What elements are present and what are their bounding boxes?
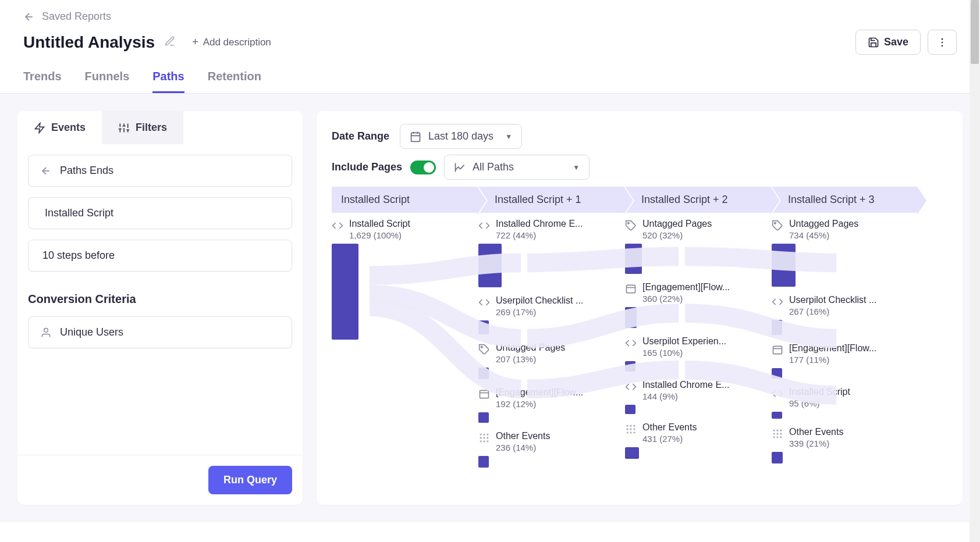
event-selector-value: Installed Script [45, 207, 113, 219]
svg-point-51 [776, 433, 778, 434]
paths-filter-value: All Paths [473, 161, 514, 173]
svg-point-42 [630, 432, 631, 433]
event-bar [772, 244, 796, 287]
event-stat: 339 (21%) [789, 438, 912, 448]
event-name: Userpilot Experien... [642, 336, 766, 347]
tab-trends[interactable]: Trends [23, 65, 62, 93]
path-event-item[interactable]: Installed Script1,629 (100%) [332, 219, 473, 340]
path-event-item[interactable]: Other Events431 (27%) [625, 422, 766, 459]
svg-point-31 [487, 440, 488, 442]
more-menu-button[interactable] [928, 30, 957, 55]
event-name: [Engagement][Flow... [642, 282, 766, 293]
svg-point-47 [773, 430, 775, 432]
event-stat: 95 (6%) [789, 398, 912, 408]
svg-marker-4 [35, 123, 44, 133]
svg-point-40 [633, 428, 635, 430]
path-event-item[interactable]: [Engagement][Flow...177 (11%) [772, 343, 912, 379]
save-button[interactable]: Save [855, 30, 921, 55]
path-col-head-3: Installed Script + 3 [772, 187, 917, 213]
bolt-icon [34, 122, 45, 134]
path-event-item[interactable]: Other Events339 (21%) [772, 427, 912, 463]
user-icon [40, 327, 52, 338]
event-bar [772, 368, 782, 379]
caret-down-icon: ▼ [505, 133, 512, 141]
event-name: Untagged Pages [642, 219, 766, 229]
path-event-item[interactable]: Untagged Pages520 (32%) [625, 219, 766, 274]
code-icon [478, 297, 491, 311]
event-name: Untagged Pages [789, 219, 912, 229]
event-name: Userpilot Checklist ... [496, 295, 619, 306]
side-tab-events[interactable]: Events [17, 111, 102, 144]
svg-point-26 [480, 437, 482, 438]
event-stat: 360 (22%) [642, 294, 766, 304]
include-pages-toggle[interactable] [410, 161, 436, 174]
paths-direction-field[interactable]: Paths Ends [28, 155, 292, 187]
edit-title-button[interactable] [164, 35, 176, 49]
event-bar [625, 244, 642, 274]
conversion-criteria-field[interactable]: Unique Users [28, 316, 292, 348]
path-column: Untagged Pages734 (45%)Userpilot Checkli… [772, 219, 918, 476]
tab-retention[interactable]: Retention [208, 65, 261, 93]
paths-filter-dropdown[interactable]: All Paths ▼ [444, 155, 590, 180]
event-bar [478, 456, 489, 468]
svg-point-52 [780, 433, 782, 434]
svg-point-50 [773, 433, 775, 434]
event-stat: 734 (45%) [789, 230, 912, 240]
arrow-left-icon [23, 11, 35, 23]
event-name: Installed Script [349, 219, 473, 229]
page-scrollbar[interactable] [970, 0, 980, 542]
side-tab-filters-label: Filters [136, 122, 167, 134]
svg-point-49 [780, 430, 782, 432]
event-bar [772, 320, 782, 335]
date-range-value: Last 180 days [428, 130, 493, 142]
event-stat: 192 (12%) [496, 399, 619, 409]
event-stat: 207 (13%) [496, 354, 619, 364]
path-event-item[interactable]: [Engagement][Flow...192 (12%) [478, 387, 619, 423]
svg-point-39 [630, 428, 631, 430]
path-event-item[interactable]: [Engagement][Flow...360 (22%) [625, 282, 766, 328]
add-description-button[interactable]: + Add description [192, 36, 271, 48]
kebab-icon [936, 37, 948, 48]
path-event-item[interactable]: Installed Chrome E...144 (9%) [625, 380, 766, 414]
path-event-item[interactable]: Other Events236 (14%) [478, 431, 619, 468]
path-event-item[interactable]: Userpilot Experien...165 (10%) [625, 336, 766, 372]
svg-point-3 [942, 45, 943, 47]
event-bar [478, 412, 489, 423]
code-icon [625, 381, 638, 395]
event-bar [478, 368, 489, 379]
paths-direction-label: Paths Ends [60, 165, 113, 177]
event-selector-field[interactable]: Installed Script [28, 197, 292, 229]
event-name: Installed Chrome E... [496, 219, 619, 229]
path-event-item[interactable]: Untagged Pages207 (13%) [478, 343, 619, 379]
plus-icon: + [192, 36, 198, 48]
include-pages-label: Include Pages [332, 161, 402, 173]
path-event-item[interactable]: Untagged Pages734 (45%) [772, 219, 912, 287]
path-event-item[interactable]: Installed Script95 (6%) [772, 387, 912, 419]
path-col-head-1: Installed Script + 1 [478, 187, 624, 213]
event-bar [625, 361, 635, 372]
event-stat: 520 (32%) [642, 230, 766, 240]
back-label: Saved Reports [42, 10, 111, 23]
side-tab-filters[interactable]: Filters [102, 111, 183, 144]
path-column: Untagged Pages520 (32%)[Engagement][Flow… [625, 219, 772, 476]
date-range-dropdown[interactable]: Last 180 days ▼ [400, 124, 522, 149]
path-event-item[interactable]: Userpilot Checklist ...267 (16%) [772, 295, 912, 335]
path-event-item[interactable]: Userpilot Checklist ...269 (17%) [478, 295, 619, 334]
grid-icon [772, 428, 784, 442]
run-query-button[interactable]: Run Query [208, 466, 292, 494]
conversion-criteria-value: Unique Users [60, 326, 123, 338]
path-visualization: Installed Script1,629 (100%)Installed Ch… [332, 219, 963, 476]
tab-paths[interactable]: Paths [152, 65, 184, 93]
back-to-saved-reports[interactable]: Saved Reports [23, 10, 957, 23]
svg-point-25 [487, 434, 488, 436]
tab-funnels[interactable]: Funnels [85, 65, 130, 93]
browser-icon [625, 283, 638, 297]
event-name: Installed Script [789, 387, 912, 397]
svg-point-44 [775, 223, 776, 224]
calendar-icon [410, 131, 421, 142]
steps-field[interactable]: 10 steps before [28, 240, 292, 272]
filter-icon [118, 122, 130, 134]
code-icon [625, 337, 638, 351]
path-event-item[interactable]: Installed Chrome E...722 (44%) [478, 219, 619, 287]
tag-icon [478, 344, 491, 358]
